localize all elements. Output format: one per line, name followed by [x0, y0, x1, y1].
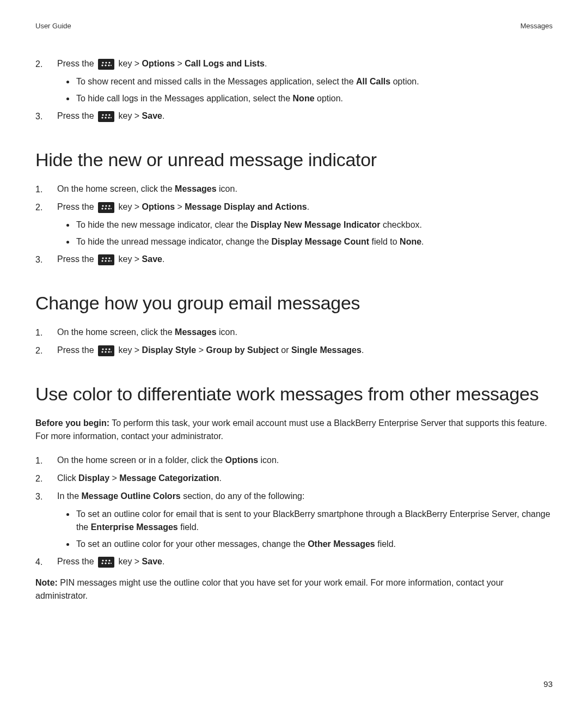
sec1-step2: 2. Press the key > Options > Message Dis…: [35, 200, 553, 214]
sec2-step2: 2. Press the key > Display Style > Group…: [35, 344, 553, 357]
sec0-step3: 3. Press the key > Save.: [35, 109, 553, 123]
list-item: To hide call logs in the Messages applic…: [75, 92, 553, 105]
svg-point-32: [105, 351, 106, 352]
svg-point-6: [111, 65, 112, 66]
sec3-note: Note: PIN messages might use the outline…: [35, 576, 553, 602]
page-number: 93: [543, 679, 553, 689]
list-item: To set an outline color for your other m…: [75, 538, 553, 551]
svg-point-36: [105, 559, 107, 561]
sec3-step2: 2. Click Display > Message Categorizatio…: [35, 472, 553, 485]
svg-point-27: [111, 260, 112, 261]
sec1-step1: 1. On the home screen, click the Message…: [35, 182, 553, 196]
svg-point-21: [102, 257, 103, 259]
list-item: To set an outline color for email that i…: [75, 508, 553, 534]
svg-point-37: [108, 559, 110, 561]
sec3-heading: Use color to differentiate work messages…: [35, 384, 553, 405]
header-left: User Guide: [35, 22, 71, 30]
svg-point-8: [105, 114, 107, 115]
svg-point-30: [108, 348, 110, 350]
sec0-step3-list: 3. Press the key > Save.: [35, 109, 553, 123]
svg-point-9: [108, 114, 110, 115]
menu-key-icon: [98, 254, 114, 265]
svg-point-39: [105, 562, 106, 564]
svg-point-11: [105, 117, 106, 118]
sec1-step3: 3. Press the key > Save.: [35, 253, 553, 266]
svg-point-31: [101, 351, 103, 352]
svg-point-29: [105, 348, 107, 350]
sec3-step3-bullets: To set an outline color for email that i…: [75, 508, 553, 551]
sec3-step1: 1. On the home screen or in a folder, cl…: [35, 454, 553, 467]
svg-point-14: [102, 205, 103, 206]
svg-point-40: [108, 562, 109, 564]
list-item: To hide the new message indicator, clear…: [75, 218, 553, 232]
sec1-heading: Hide the new or unread message indicator: [35, 149, 553, 171]
svg-point-7: [102, 114, 103, 115]
svg-point-1: [105, 62, 107, 63]
svg-point-20: [111, 208, 112, 209]
svg-point-17: [101, 208, 103, 209]
sec3-step4-list: 4. Press the key > Save.: [35, 555, 553, 569]
svg-point-38: [101, 562, 103, 564]
svg-point-10: [101, 117, 103, 118]
menu-key-icon: [98, 345, 114, 356]
svg-point-24: [101, 260, 103, 261]
svg-point-13: [111, 117, 112, 118]
page-header: User Guide Messages: [35, 22, 553, 30]
svg-point-33: [108, 351, 109, 352]
svg-point-19: [108, 208, 109, 209]
sec0-step2: 2. Press the key > Options > Call Logs a…: [35, 57, 553, 71]
svg-point-3: [101, 64, 103, 66]
svg-point-16: [108, 205, 110, 206]
sec2-heading: Change how you group email messages: [35, 293, 553, 314]
svg-point-4: [105, 64, 106, 66]
svg-point-25: [105, 260, 106, 261]
sec3-step3: 3. In the Message Outline Colors section…: [35, 490, 553, 503]
menu-key-icon: [98, 202, 114, 213]
sec3-intro: Before you begin: To perform this task, …: [35, 417, 553, 443]
menu-key-icon: [98, 59, 114, 70]
list-item: To hide the unread message indicator, ch…: [75, 235, 553, 248]
svg-point-0: [102, 62, 103, 63]
svg-point-15: [105, 205, 107, 206]
sec0-steps: 2. Press the key > Options > Call Logs a…: [35, 57, 553, 71]
header-right: Messages: [520, 22, 553, 30]
svg-point-34: [111, 351, 112, 352]
svg-point-23: [108, 257, 110, 259]
svg-point-18: [105, 208, 106, 209]
sec1-step2-bullets: To hide the new message indicator, clear…: [75, 218, 553, 248]
sec0-step2-bullets: To show recent and missed calls in the M…: [75, 75, 553, 105]
sec2-step1: 1. On the home screen, click the Message…: [35, 326, 553, 339]
sec3-steps: 1. On the home screen or in a folder, cl…: [35, 454, 553, 503]
sec2-steps: 1. On the home screen, click the Message…: [35, 326, 553, 357]
menu-key-icon: [98, 557, 114, 568]
svg-point-2: [108, 62, 110, 63]
menu-key-icon: [98, 111, 114, 122]
svg-point-12: [108, 117, 109, 118]
svg-point-5: [108, 64, 109, 66]
svg-point-26: [108, 260, 109, 261]
svg-point-41: [111, 563, 112, 564]
sec1-step3-list: 3. Press the key > Save.: [35, 253, 553, 266]
svg-point-28: [102, 348, 103, 350]
svg-point-35: [102, 559, 103, 561]
svg-point-22: [105, 257, 107, 259]
list-item: To show recent and missed calls in the M…: [75, 75, 553, 88]
sec1-steps: 1. On the home screen, click the Message…: [35, 182, 553, 214]
sec3-step4: 4. Press the key > Save.: [35, 555, 553, 569]
